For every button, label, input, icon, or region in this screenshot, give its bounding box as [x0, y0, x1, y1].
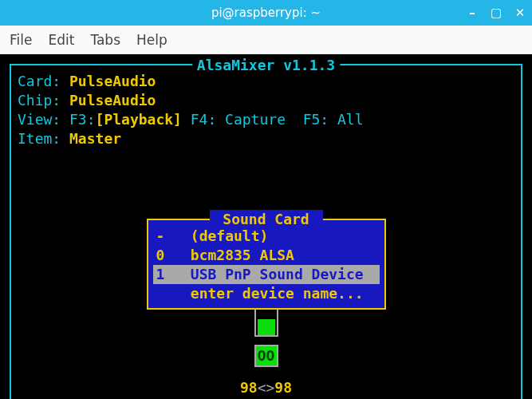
maximize-icon[interactable]: ▢ [489, 6, 503, 20]
menu-file[interactable]: File [10, 32, 32, 48]
card-row: Card: PulseAudio [18, 72, 364, 91]
window-controls: – ▢ ✕ [465, 6, 527, 20]
terminal[interactable]: AlsaMixer v1.1.3 Card: PulseAudio Chip: … [0, 54, 532, 399]
item-row: Item: Master [18, 129, 364, 148]
mute-box[interactable]: OO [254, 345, 278, 367]
item-label: Item: [18, 130, 69, 147]
level-sep: <> [258, 379, 275, 396]
view-label: View: [18, 111, 69, 128]
level-right: 98 [274, 379, 292, 396]
card-value: PulseAudio [69, 73, 156, 89]
view-playback: [Playback] [96, 111, 182, 128]
view-row: View: F3:[Playback] F4: Capture F5: All [18, 110, 364, 129]
info-block: Card: PulseAudio Chip: PulseAudio View: … [18, 72, 364, 148]
dialog-option[interactable]: 1 USB PnP Sound Device [153, 265, 380, 284]
dialog-option[interactable]: 0 bcm2835 ALSA [153, 246, 380, 265]
view-f3: F3: [69, 111, 96, 128]
chip-value: PulseAudio [69, 92, 156, 109]
minimize-icon[interactable]: – [465, 6, 479, 20]
level-left: 98 [240, 379, 258, 396]
view-rest: F4: Capture F5: All [182, 111, 364, 128]
sound-card-dialog[interactable]: Sound Card - (default)0 bcm2835 ALSA1 US… [147, 219, 386, 310]
dialog-option[interactable]: - (default) [153, 227, 380, 246]
volume-levels: 98<>98 [240, 378, 292, 397]
close-icon[interactable]: ✕ [513, 6, 527, 20]
menu-edit[interactable]: Edit [48, 32, 74, 48]
window-titlebar: pi@raspberrypi: ~ – ▢ ✕ [0, 0, 532, 26]
window-title: pi@raspberrypi: ~ [211, 6, 321, 20]
item-value: Master [69, 130, 121, 147]
volume-fill [258, 319, 275, 335]
dialog-title: Sound Card [209, 210, 322, 229]
dialog-options: - (default)0 bcm2835 ALSA1 USB PnP Sound… [153, 227, 380, 303]
chip-row: Chip: PulseAudio [18, 91, 364, 110]
chip-label: Chip: [18, 92, 69, 109]
card-label: Card: [18, 73, 69, 89]
menubar: File Edit Tabs Help [0, 26, 532, 54]
dialog-option[interactable]: enter device name... [153, 284, 380, 303]
menu-tabs[interactable]: Tabs [90, 32, 120, 48]
menu-help[interactable]: Help [136, 32, 167, 48]
